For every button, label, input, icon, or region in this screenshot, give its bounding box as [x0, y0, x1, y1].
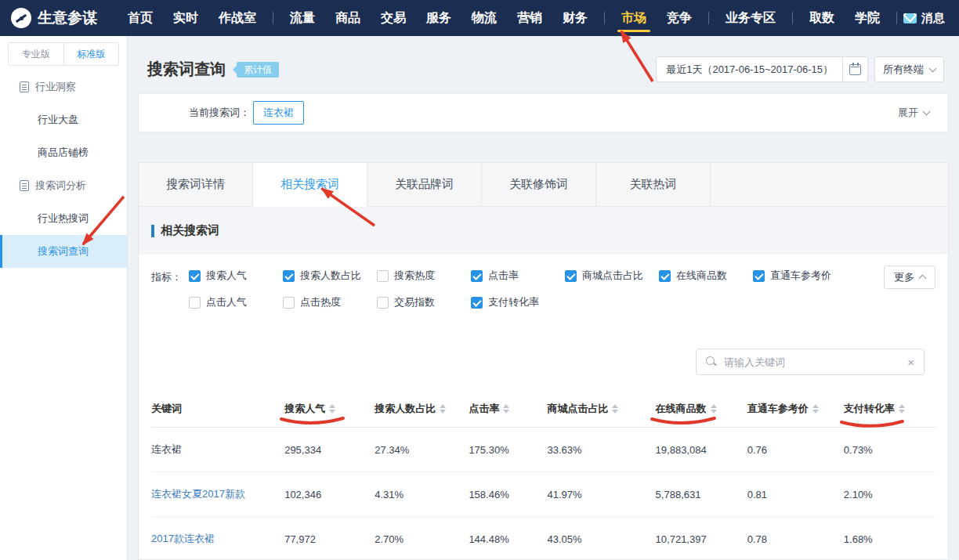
- tabs-filler: [711, 163, 948, 207]
- column-header-online-products[interactable]: 在线商品数: [656, 402, 747, 416]
- table-row: 连衣裙 295,334 27.34% 175.30% 33.63% 19,883…: [151, 428, 935, 472]
- column-header-ztc-reference-price[interactable]: 直通车参考价: [747, 402, 844, 416]
- column-header-search-user-ratio[interactable]: 搜索人数占比: [375, 402, 469, 416]
- metric-click-popularity[interactable]: 点击人气: [189, 295, 283, 309]
- sort-icon[interactable]: [711, 404, 717, 414]
- calendar-button[interactable]: [842, 57, 867, 81]
- sidebar-item-goods-shop-rank[interactable]: 商品店铺榜: [0, 136, 127, 169]
- metric-search-heat[interactable]: 搜索热度: [377, 269, 471, 283]
- sidebar-item-industry-dashboard[interactable]: 行业大盘: [0, 103, 127, 136]
- nav-message[interactable]: 消息: [903, 11, 948, 26]
- table-row: 2017款连衣裙 77,972 2.70% 144.48% 43.05% 10,…: [151, 517, 935, 560]
- clear-search-icon[interactable]: ×: [907, 356, 914, 368]
- document-icon: [20, 180, 29, 191]
- metric-label: 直通车参考价: [770, 269, 831, 283]
- metric-label: 点击率: [488, 269, 519, 283]
- expand-toggle[interactable]: 展开: [898, 106, 929, 120]
- metric-ztc-reference-price[interactable]: 直通车参考价: [753, 269, 847, 283]
- nav-item-finance[interactable]: 财务: [552, 0, 598, 36]
- sidebar-group-search-word-analysis[interactable]: 搜索词分析: [0, 169, 127, 202]
- cell-search-popularity: 102,346: [284, 489, 375, 500]
- nav-item-academy[interactable]: 学院: [845, 0, 890, 36]
- checkbox-icon: [189, 297, 201, 309]
- column-header-search-popularity[interactable]: 搜索人气: [284, 402, 375, 416]
- nav-message-label: 消息: [921, 11, 945, 26]
- cell-click-rate: 144.48%: [469, 533, 547, 545]
- nav-item-goods[interactable]: 商品: [325, 0, 371, 36]
- tab-search-word-detail[interactable]: 搜索词详情: [139, 163, 253, 207]
- table-row: 连衣裙女夏2017新款 102,346 4.31% 158.46% 41.97%…: [151, 472, 935, 517]
- section-title: 相关搜索词: [161, 223, 219, 238]
- page-header: 搜索词查询 累计值 最近1天（2017-06-15~2017-06-15） 所有…: [138, 56, 949, 82]
- metric-search-user-ratio[interactable]: 搜索人数占比: [283, 269, 377, 283]
- top-navbar: 生意参谋 首页 实时 作战室 流量 商品 交易 服务 物流 营销 财务 市场 竞…: [0, 0, 959, 36]
- nav-item-marketing[interactable]: 营销: [507, 0, 552, 36]
- date-range-picker[interactable]: 最近1天（2017-06-15~2017-06-15）: [656, 56, 868, 82]
- sort-icon[interactable]: [440, 404, 446, 414]
- checkbox-icon: [659, 270, 671, 282]
- version-tabs: 专业版 标准版: [8, 42, 119, 66]
- more-label: 更多: [894, 270, 914, 284]
- metric-label: 点击热度: [300, 295, 341, 309]
- tab-related-brand-words[interactable]: 关联品牌词: [367, 163, 482, 207]
- nav-item-traffic[interactable]: 流量: [280, 0, 325, 36]
- column-header-payment-conversion[interactable]: 支付转化率: [844, 402, 935, 416]
- nav-item-market[interactable]: 市场: [611, 0, 657, 36]
- column-header-click-rate[interactable]: 点击率: [469, 402, 547, 416]
- nav-item-service[interactable]: 服务: [416, 0, 461, 36]
- nav-item-logistics[interactable]: 物流: [461, 0, 507, 36]
- tab-related-modifier-words[interactable]: 关联修饰词: [482, 163, 596, 207]
- current-term-tag[interactable]: 连衣裙: [253, 101, 304, 125]
- related-search-table: 关键词 搜索人气 搜索人数占比 点击率: [151, 386, 935, 560]
- sort-icon[interactable]: [329, 404, 335, 414]
- sidebar-group-label: 搜索词分析: [35, 179, 86, 193]
- nav-item-trade[interactable]: 交易: [371, 0, 416, 36]
- metric-payment-conversion[interactable]: 支付转化率: [471, 295, 565, 309]
- cell-mall-click-ratio: 41.97%: [547, 489, 655, 500]
- page-title: 搜索词查询: [147, 59, 226, 80]
- metric-online-products[interactable]: 在线商品数: [659, 269, 753, 283]
- tab-related-hot-words[interactable]: 关联热词: [596, 163, 711, 207]
- nav-divider: [604, 12, 605, 24]
- tab-related-search-words[interactable]: 相关搜索词: [253, 163, 367, 207]
- brand[interactable]: 生意参谋: [11, 8, 97, 28]
- nav-item-business-zone[interactable]: 业务专区: [715, 0, 786, 36]
- checkbox-icon: [753, 270, 765, 282]
- keyword-search-input[interactable]: [724, 356, 900, 368]
- sidebar-item-industry-hot-words[interactable]: 行业热搜词: [0, 202, 127, 235]
- checkbox-icon: [377, 297, 389, 309]
- related-search-panel: 相关搜索词 指标： 搜索人气 搜索人数占比: [138, 207, 949, 560]
- nav-item-realtime[interactable]: 实时: [163, 0, 208, 36]
- sidebar-group-industry-insight[interactable]: 行业洞察: [0, 70, 127, 103]
- nav-item-war-room[interactable]: 作战室: [208, 0, 266, 36]
- metric-click-rate[interactable]: 点击率: [471, 269, 565, 283]
- sort-icon[interactable]: [812, 404, 819, 414]
- metric-mall-click-ratio[interactable]: 商城点击占比: [565, 269, 659, 283]
- nav-item-competition[interactable]: 竞争: [657, 0, 702, 36]
- column-label: 商城点击占比: [547, 402, 608, 416]
- search-icon: [706, 356, 717, 367]
- sidebar-tab-standard[interactable]: 标准版: [63, 43, 119, 65]
- nav-item-home[interactable]: 首页: [118, 0, 163, 36]
- metric-trade-index[interactable]: 交易指数: [377, 295, 471, 309]
- sort-icon[interactable]: [503, 404, 509, 414]
- checkbox-icon: [377, 270, 389, 282]
- metric-click-heat[interactable]: 点击热度: [283, 295, 377, 309]
- table-search-area: ×: [139, 322, 948, 386]
- cell-keyword-link[interactable]: 连衣裙女夏2017新款: [151, 487, 284, 501]
- calendar-icon: [849, 64, 861, 75]
- table-header-row: 关键词 搜索人气 搜索人数占比 点击率: [151, 386, 935, 428]
- sort-icon[interactable]: [899, 404, 905, 414]
- cell-keyword-link[interactable]: 2017款连衣裙: [151, 532, 284, 546]
- nav-item-data-extract[interactable]: 取数: [799, 0, 845, 36]
- column-header-mall-click-ratio[interactable]: 商城点击占比: [547, 402, 655, 416]
- mail-icon: [903, 13, 917, 23]
- column-label: 在线商品数: [656, 402, 707, 416]
- sidebar-tab-professional[interactable]: 专业版: [9, 43, 63, 65]
- cell-online-products: 19,883,084: [656, 444, 747, 456]
- metric-search-popularity[interactable]: 搜索人气: [189, 269, 283, 283]
- sidebar-item-search-word-query[interactable]: 搜索词查询: [0, 235, 127, 268]
- terminal-select[interactable]: 所有终端: [874, 56, 944, 82]
- sort-icon[interactable]: [612, 404, 618, 414]
- more-metrics-button[interactable]: 更多: [884, 266, 935, 289]
